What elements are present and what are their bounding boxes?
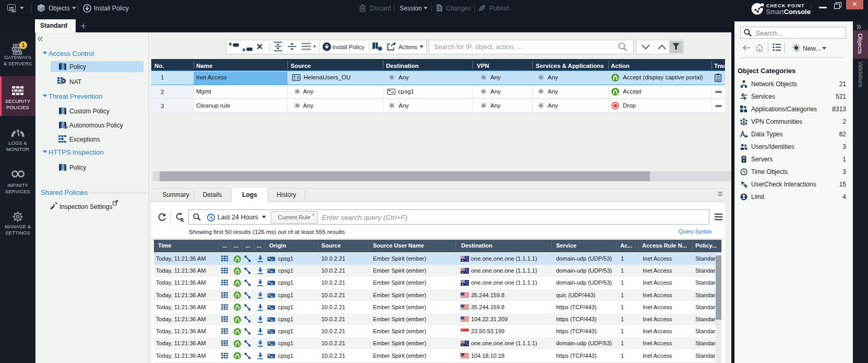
svg-text:A: A [180, 217, 184, 223]
